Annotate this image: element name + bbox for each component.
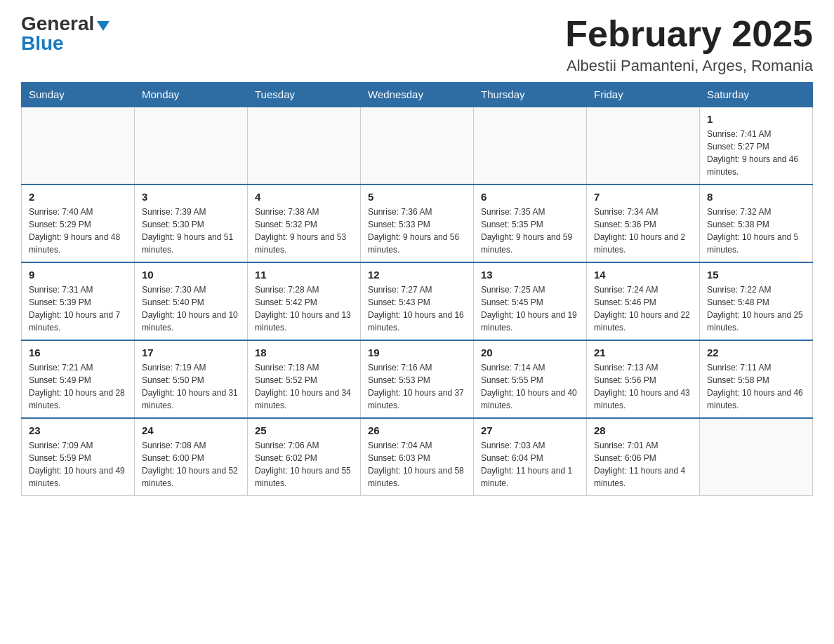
week-row-5: 23Sunrise: 7:09 AM Sunset: 5:59 PM Dayli…: [22, 418, 813, 496]
calendar-cell: 3Sunrise: 7:39 AM Sunset: 5:30 PM Daylig…: [135, 185, 248, 262]
day-number: 28: [594, 424, 692, 436]
day-info: Sunrise: 7:08 AM Sunset: 6:00 PM Dayligh…: [142, 439, 240, 490]
month-title: February 2025: [565, 14, 813, 54]
day-info: Sunrise: 7:06 AM Sunset: 6:02 PM Dayligh…: [255, 439, 353, 490]
logo: General Blue: [21, 14, 110, 53]
day-number: 13: [481, 269, 579, 281]
day-number: 21: [594, 347, 692, 358]
day-number: 2: [29, 191, 127, 203]
calendar-cell: 26Sunrise: 7:04 AM Sunset: 6:03 PM Dayli…: [361, 418, 474, 496]
calendar-cell: 7Sunrise: 7:34 AM Sunset: 5:36 PM Daylig…: [587, 185, 700, 262]
logo-blue-text: Blue: [21, 32, 64, 54]
day-number: 22: [707, 347, 805, 358]
day-info: Sunrise: 7:21 AM Sunset: 5:49 PM Dayligh…: [29, 361, 127, 412]
location-title: Albestii Pamanteni, Arges, Romania: [565, 57, 813, 75]
day-number: 11: [255, 269, 353, 281]
day-number: 3: [142, 191, 240, 203]
calendar-cell: [361, 107, 474, 185]
calendar-cell: 21Sunrise: 7:13 AM Sunset: 5:56 PM Dayli…: [587, 340, 700, 418]
calendar-cell: 14Sunrise: 7:24 AM Sunset: 5:46 PM Dayli…: [587, 262, 700, 340]
day-info: Sunrise: 7:31 AM Sunset: 5:39 PM Dayligh…: [29, 283, 127, 334]
calendar-cell: 18Sunrise: 7:18 AM Sunset: 5:52 PM Dayli…: [248, 340, 361, 418]
day-info: Sunrise: 7:04 AM Sunset: 6:03 PM Dayligh…: [368, 439, 466, 490]
calendar-cell: 13Sunrise: 7:25 AM Sunset: 5:45 PM Dayli…: [474, 262, 587, 340]
day-info: Sunrise: 7:40 AM Sunset: 5:29 PM Dayligh…: [29, 206, 127, 256]
calendar-cell: [135, 107, 248, 185]
day-number: 14: [594, 269, 692, 281]
day-number: 10: [142, 269, 240, 281]
calendar-header-row: SundayMondayTuesdayWednesdayThursdayFrid…: [22, 83, 813, 107]
week-row-4: 16Sunrise: 7:21 AM Sunset: 5:49 PM Dayli…: [22, 340, 813, 418]
day-info: Sunrise: 7:38 AM Sunset: 5:32 PM Dayligh…: [255, 206, 353, 256]
week-row-3: 9Sunrise: 7:31 AM Sunset: 5:39 PM Daylig…: [22, 262, 813, 340]
day-number: 5: [368, 191, 466, 203]
calendar-cell: 15Sunrise: 7:22 AM Sunset: 5:48 PM Dayli…: [700, 262, 813, 340]
header-tuesday: Tuesday: [248, 83, 361, 107]
calendar-cell: 10Sunrise: 7:30 AM Sunset: 5:40 PM Dayli…: [135, 262, 248, 340]
calendar-cell: 17Sunrise: 7:19 AM Sunset: 5:50 PM Dayli…: [135, 340, 248, 418]
day-number: 20: [481, 347, 579, 358]
day-info: Sunrise: 7:24 AM Sunset: 5:46 PM Dayligh…: [594, 283, 692, 334]
day-info: Sunrise: 7:19 AM Sunset: 5:50 PM Dayligh…: [142, 361, 240, 412]
calendar-cell: 2Sunrise: 7:40 AM Sunset: 5:29 PM Daylig…: [22, 185, 135, 262]
calendar-cell: [22, 107, 135, 185]
header-saturday: Saturday: [700, 83, 813, 107]
calendar-cell: [248, 107, 361, 185]
day-number: 26: [368, 424, 466, 436]
calendar-cell: 24Sunrise: 7:08 AM Sunset: 6:00 PM Dayli…: [135, 418, 248, 496]
calendar-cell: 25Sunrise: 7:06 AM Sunset: 6:02 PM Dayli…: [248, 418, 361, 496]
day-number: 9: [29, 269, 127, 281]
calendar-cell: [587, 107, 700, 185]
day-number: 12: [368, 269, 466, 281]
day-number: 23: [29, 424, 127, 436]
header-sunday: Sunday: [22, 83, 135, 107]
calendar-cell: 28Sunrise: 7:01 AM Sunset: 6:06 PM Dayli…: [587, 418, 700, 496]
day-info: Sunrise: 7:36 AM Sunset: 5:33 PM Dayligh…: [368, 206, 466, 256]
day-number: 15: [707, 269, 805, 281]
calendar-cell: 4Sunrise: 7:38 AM Sunset: 5:32 PM Daylig…: [248, 185, 361, 262]
header-monday: Monday: [135, 83, 248, 107]
week-row-2: 2Sunrise: 7:40 AM Sunset: 5:29 PM Daylig…: [22, 185, 813, 262]
calendar-cell: 19Sunrise: 7:16 AM Sunset: 5:53 PM Dayli…: [361, 340, 474, 418]
day-info: Sunrise: 7:11 AM Sunset: 5:58 PM Dayligh…: [707, 361, 805, 412]
day-number: 19: [368, 347, 466, 358]
day-info: Sunrise: 7:22 AM Sunset: 5:48 PM Dayligh…: [707, 283, 805, 334]
day-info: Sunrise: 7:18 AM Sunset: 5:52 PM Dayligh…: [255, 361, 353, 412]
day-info: Sunrise: 7:03 AM Sunset: 6:04 PM Dayligh…: [481, 439, 579, 490]
calendar-cell: 22Sunrise: 7:11 AM Sunset: 5:58 PM Dayli…: [700, 340, 813, 418]
header-thursday: Thursday: [474, 83, 587, 107]
header-friday: Friday: [587, 83, 700, 107]
day-info: Sunrise: 7:35 AM Sunset: 5:35 PM Dayligh…: [481, 206, 579, 256]
day-number: 6: [481, 191, 579, 203]
calendar-cell: 6Sunrise: 7:35 AM Sunset: 5:35 PM Daylig…: [474, 185, 587, 262]
week-row-1: 1Sunrise: 7:41 AM Sunset: 5:27 PM Daylig…: [22, 107, 813, 185]
page-header: General Blue February 2025 Albestii Pama…: [21, 14, 813, 75]
day-number: 4: [255, 191, 353, 203]
logo-general-text: General: [21, 14, 94, 34]
day-info: Sunrise: 7:34 AM Sunset: 5:36 PM Dayligh…: [594, 206, 692, 256]
calendar-cell: 5Sunrise: 7:36 AM Sunset: 5:33 PM Daylig…: [361, 185, 474, 262]
day-info: Sunrise: 7:30 AM Sunset: 5:40 PM Dayligh…: [142, 283, 240, 334]
day-info: Sunrise: 7:39 AM Sunset: 5:30 PM Dayligh…: [142, 206, 240, 256]
day-number: 18: [255, 347, 353, 358]
day-info: Sunrise: 7:14 AM Sunset: 5:55 PM Dayligh…: [481, 361, 579, 412]
day-info: Sunrise: 7:32 AM Sunset: 5:38 PM Dayligh…: [707, 206, 805, 256]
calendar-table: SundayMondayTuesdayWednesdayThursdayFrid…: [21, 82, 813, 496]
day-number: 17: [142, 347, 240, 358]
day-number: 25: [255, 424, 353, 436]
logo-triangle-icon: [97, 21, 110, 31]
day-info: Sunrise: 7:25 AM Sunset: 5:45 PM Dayligh…: [481, 283, 579, 334]
day-number: 8: [707, 191, 805, 203]
calendar-cell: 20Sunrise: 7:14 AM Sunset: 5:55 PM Dayli…: [474, 340, 587, 418]
calendar-cell: [700, 418, 813, 496]
calendar-cell: 8Sunrise: 7:32 AM Sunset: 5:38 PM Daylig…: [700, 185, 813, 262]
day-info: Sunrise: 7:41 AM Sunset: 5:27 PM Dayligh…: [707, 128, 805, 178]
calendar-cell: 27Sunrise: 7:03 AM Sunset: 6:04 PM Dayli…: [474, 418, 587, 496]
title-section: February 2025 Albestii Pamanteni, Arges,…: [565, 14, 813, 75]
day-info: Sunrise: 7:27 AM Sunset: 5:43 PM Dayligh…: [368, 283, 466, 334]
day-info: Sunrise: 7:16 AM Sunset: 5:53 PM Dayligh…: [368, 361, 466, 412]
calendar-cell: 11Sunrise: 7:28 AM Sunset: 5:42 PM Dayli…: [248, 262, 361, 340]
calendar-cell: 12Sunrise: 7:27 AM Sunset: 5:43 PM Dayli…: [361, 262, 474, 340]
calendar-cell: 9Sunrise: 7:31 AM Sunset: 5:39 PM Daylig…: [22, 262, 135, 340]
day-number: 16: [29, 347, 127, 358]
